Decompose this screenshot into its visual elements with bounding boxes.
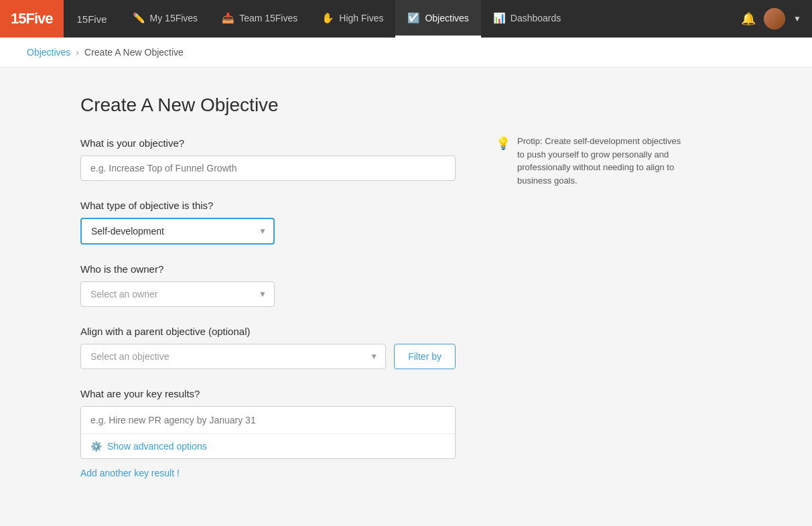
nav-item-highfives[interactable]: ✋ High Fives [310, 0, 395, 38]
parent-objective-group: Align with a parent objective (optional)… [80, 326, 456, 369]
nav-label-objectives: Objectives [425, 13, 468, 23]
page-title: Create A New Objective [80, 94, 456, 116]
objective-type-group: What type of objective is this? Self-dev… [80, 200, 456, 245]
owner-select-wrapper: Select an owner ▼ [80, 281, 275, 307]
objective-input-group: What is your objective? [80, 137, 456, 181]
nav-item-team15fives[interactable]: 📥 Team 15Fives [210, 0, 310, 38]
nav-label-team15fives: Team 15Fives [239, 13, 297, 23]
pencil-icon: ✏️ [133, 12, 145, 24]
nav-label-dashboards: Dashboards [511, 13, 561, 23]
chevron-down-icon[interactable]: ▼ [793, 14, 801, 23]
chart-icon: 📊 [493, 12, 506, 24]
tip-text: Protip: Create self-development objectiv… [517, 135, 683, 187]
objective-type-label: What type of objective is this? [80, 200, 456, 211]
filter-by-button[interactable]: Filter by [394, 344, 456, 369]
brand-logo: 15Five [11, 10, 53, 27]
owner-label: Who is the owner? [80, 263, 456, 275]
parent-objective-row: Select an objective ▼ Filter by [80, 344, 456, 369]
inbox-icon: 📥 [222, 12, 234, 24]
nav-links: ✏️ My 15Fives 📥 Team 15Fives ✋ High Five… [121, 0, 731, 38]
owner-select[interactable]: Select an owner [80, 281, 275, 307]
form-section: Create A New Objective What is your obje… [80, 94, 456, 498]
checkmark-icon: ☑️ [407, 12, 420, 24]
nav-item-dashboards[interactable]: 📊 Dashboards [481, 0, 573, 38]
brand-logo-area[interactable]: 15Five [0, 0, 64, 38]
objective-type-select-wrapper: Self-development Business Personal Team … [80, 218, 275, 245]
add-key-result-link[interactable]: Add another key result ! [80, 468, 180, 478]
parent-objective-label: Align with a parent objective (optional) [80, 326, 456, 337]
nav-label-my15fives: My 15Fives [150, 13, 198, 23]
nav-right: 🔔 ▼ [730, 8, 812, 29]
avatar[interactable] [764, 8, 785, 29]
breadcrumb-objectives-link[interactable]: Objectives [27, 47, 70, 58]
objective-label: What is your objective? [80, 137, 456, 149]
nav-item-my15fives[interactable]: ✏️ My 15Fives [121, 0, 210, 38]
key-results-group: What are your key results? ⚙️ Show advan… [80, 388, 456, 479]
parent-objective-select[interactable]: Select an objective [80, 344, 386, 369]
breadcrumb-current-page: Create A New Objective [84, 47, 184, 58]
objective-input[interactable] [80, 155, 456, 181]
breadcrumb: Objectives › Create A New Objective [0, 38, 812, 68]
tip-box: 💡 Protip: Create self-development object… [496, 135, 683, 187]
owner-group: Who is the owner? Select an owner ▼ [80, 263, 456, 307]
main-content: Create A New Objective What is your obje… [0, 68, 812, 525]
nav-item-objectives[interactable]: ☑️ Objectives [395, 0, 480, 38]
brand-name: 15Five [64, 13, 121, 25]
show-advanced-options-link[interactable]: Show advanced options [107, 441, 207, 452]
notification-bell-icon[interactable]: 🔔 [741, 11, 756, 26]
gear-icon: ⚙️ [90, 441, 102, 452]
breadcrumb-separator: › [76, 47, 79, 58]
sidebar-tip: 💡 Protip: Create self-development object… [496, 94, 683, 498]
nav-label-highfives: High Fives [339, 13, 383, 23]
advanced-options-row[interactable]: ⚙️ Show advanced options [81, 434, 455, 458]
key-results-box: ⚙️ Show advanced options [80, 406, 456, 459]
key-results-input[interactable] [81, 407, 455, 434]
avatar-image [764, 8, 785, 29]
navbar: 15Five 15Five ✏️ My 15Fives 📥 Team 15Fiv… [0, 0, 812, 38]
parent-objective-select-wrapper: Select an objective ▼ [80, 344, 386, 369]
key-results-label: What are your key results? [80, 388, 456, 399]
objective-type-select[interactable]: Self-development Business Personal Team [80, 218, 275, 245]
lightbulb-icon: 💡 [496, 136, 511, 151]
hand-icon: ✋ [322, 12, 334, 24]
